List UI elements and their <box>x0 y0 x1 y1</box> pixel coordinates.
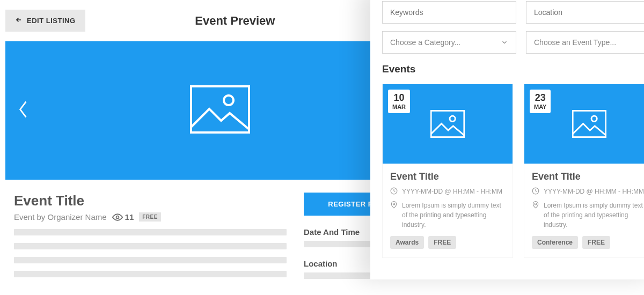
category-tag: Awards <box>390 236 424 249</box>
price-badge: FREE <box>139 212 161 222</box>
event-title: Event Title <box>14 193 287 209</box>
pin-icon <box>532 201 539 209</box>
clock-icon <box>390 187 398 195</box>
back-label: EDIT LISTING <box>27 17 76 25</box>
date-chip: 23 MAY <box>530 90 551 113</box>
card-desc: Lorem Ipsum is simply dummy text of the … <box>402 201 505 230</box>
event-type-placeholder: Choose an Event Type... <box>534 38 616 47</box>
card-datetime: YYYY-MM-DD @ HH:MM - HH:MM <box>544 187 644 196</box>
card-hero: 10 MAR <box>383 84 513 164</box>
location-input[interactable] <box>526 1 644 24</box>
page-title: Event Preview <box>195 14 275 28</box>
skeleton-line <box>14 229 287 235</box>
event-card[interactable]: 23 MAY Event Title YYYY-MM-DD @ HH:MM - … <box>524 84 644 258</box>
svg-rect-7 <box>573 110 606 137</box>
image-placeholder-icon <box>190 85 250 136</box>
card-title: Event Title <box>532 171 644 182</box>
view-count: 11 <box>112 212 134 222</box>
image-placeholder-icon <box>572 110 606 138</box>
edit-listing-button[interactable]: EDIT LISTING <box>5 10 85 32</box>
price-tag: FREE <box>582 236 610 249</box>
keywords-input[interactable] <box>382 1 516 24</box>
svg-rect-0 <box>191 86 249 132</box>
svg-rect-3 <box>431 110 464 137</box>
events-sidebar: Choose a Category... Choose an Event Typ… <box>370 0 644 279</box>
category-placeholder: Choose a Category... <box>390 38 460 47</box>
carousel-prev-button[interactable] <box>12 94 34 127</box>
eye-icon <box>112 213 123 221</box>
svg-point-10 <box>535 203 537 205</box>
pin-icon <box>390 201 398 209</box>
event-details: Event Title Event by Organizer Name 11 F… <box>5 188 295 279</box>
image-placeholder-icon <box>430 110 465 138</box>
chevron-left-icon <box>17 100 29 119</box>
organizer-text: Event by Organizer Name <box>14 212 107 222</box>
skeleton-line <box>14 271 287 277</box>
price-tag: FREE <box>428 236 456 249</box>
date-chip: 10 MAR <box>388 90 410 113</box>
events-heading: Events <box>382 63 644 75</box>
svg-point-6 <box>393 203 395 205</box>
event-type-select[interactable]: Choose an Event Type... <box>526 31 644 54</box>
svg-point-2 <box>116 216 119 218</box>
skeleton-line <box>14 257 287 263</box>
svg-point-4 <box>450 116 455 121</box>
skeleton-line <box>14 243 287 249</box>
category-tag: Conference <box>532 236 578 249</box>
clock-icon <box>532 187 539 195</box>
event-card[interactable]: 10 MAR Event Title YYYY-MM-DD @ HH:MM - … <box>382 84 513 258</box>
card-title: Event Title <box>390 171 505 182</box>
category-select[interactable]: Choose a Category... <box>382 31 516 54</box>
card-hero: 23 MAY <box>524 84 644 164</box>
card-desc: Lorem Ipsum is simply dummy text of the … <box>544 201 644 230</box>
arrow-left-icon <box>15 16 23 25</box>
chevron-down-icon <box>501 39 508 46</box>
svg-point-1 <box>224 95 233 105</box>
svg-point-8 <box>591 116 597 121</box>
card-datetime: YYYY-MM-DD @ HH:MM - HH:MM <box>402 187 502 196</box>
